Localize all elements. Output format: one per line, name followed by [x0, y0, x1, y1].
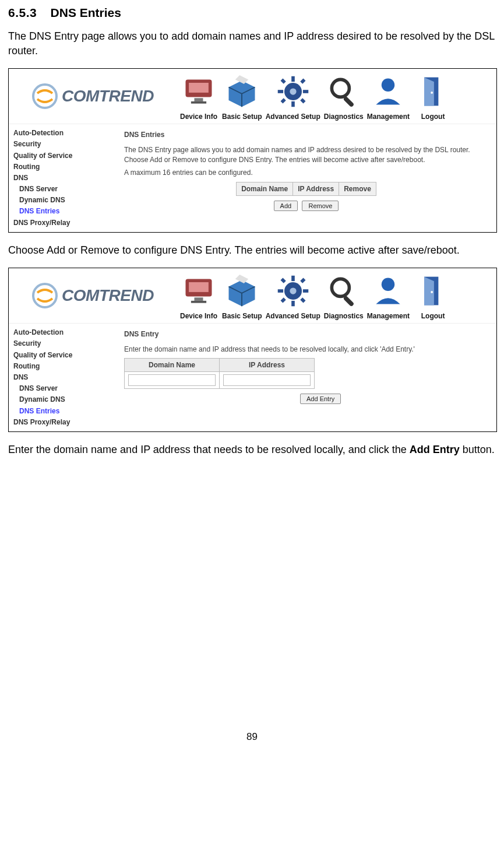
sidebar-item-dns-server[interactable]: DNS Server [13, 184, 112, 195]
sidebar-item-dns-entries[interactable]: DNS Entries [13, 206, 112, 217]
page-number: 89 [8, 731, 496, 744]
sidebar-item-routing[interactable]: Routing [13, 162, 112, 173]
topnav-diagnostics[interactable]: Diagnostics [324, 72, 364, 121]
magnifier-icon [324, 72, 364, 111]
sidebar-item-dns-entries[interactable]: DNS Entries [13, 406, 112, 417]
domain-name-input[interactable] [128, 374, 216, 386]
topnav-device-info[interactable]: Device Info [179, 72, 218, 121]
box-icon [222, 72, 262, 111]
sidebar-item-dns-server[interactable]: DNS Server [13, 383, 112, 394]
svg-point-0 [33, 85, 57, 108]
brand-mark-icon [31, 83, 58, 110]
dns-entry-form-table: Domain Name IP Address [124, 358, 315, 389]
brand-name: COMTREND [62, 285, 154, 307]
screenshot-panel-dns-entries: COMTREND Device Info Basic Setup [8, 68, 497, 233]
svg-rect-31 [280, 278, 286, 283]
table-header-domain: Domain Name [125, 358, 220, 371]
svg-point-19 [431, 92, 433, 94]
svg-rect-14 [280, 98, 286, 103]
brand-name: COMTREND [62, 85, 154, 107]
svg-rect-16 [343, 96, 354, 107]
svg-rect-13 [300, 78, 305, 83]
topnav-logout[interactable]: Logout [413, 272, 453, 321]
door-icon [413, 272, 453, 310]
content-title: DNS Entries [124, 130, 488, 139]
sidebar-item-dns[interactable]: DNS [13, 372, 112, 383]
remove-button[interactable]: Remove [302, 201, 339, 211]
sidebar: Auto-Detection Security Quality of Servi… [9, 323, 116, 431]
topnav-label: Advanced Setup [266, 311, 320, 321]
topnav-logout[interactable]: Logout [413, 72, 453, 121]
svg-rect-10 [303, 90, 308, 93]
sidebar-item-dns-proxy-relay[interactable]: DNS Proxy/Relay [13, 417, 112, 428]
table-header-ip: IP Address [293, 182, 339, 195]
topnav-label: Basic Setup [222, 112, 262, 121]
svg-point-17 [382, 78, 395, 92]
svg-rect-28 [291, 301, 295, 306]
monitor-icon [179, 272, 218, 310]
sidebar-item-qos[interactable]: Quality of Service [13, 150, 112, 162]
topnav-label: Diagnostics [324, 112, 364, 121]
svg-rect-36 [343, 296, 354, 307]
sidebar-item-security[interactable]: Security [13, 139, 112, 150]
ip-address-input[interactable] [223, 374, 311, 386]
add-button[interactable]: Add [274, 201, 298, 211]
sidebar-item-auto-detection[interactable]: Auto-Detection [13, 128, 112, 139]
topnav-label: Management [367, 112, 410, 121]
sidebar-item-dns-proxy-relay[interactable]: DNS Proxy/Relay [13, 217, 112, 229]
svg-point-37 [382, 278, 395, 292]
sidebar-item-dynamic-dns[interactable]: Dynamic DNS [13, 195, 112, 206]
topnav-management[interactable]: Management [367, 272, 410, 321]
content-description: Enter the domain name and IP address tha… [124, 345, 488, 354]
topnav-label: Logout [421, 311, 445, 321]
user-icon [368, 272, 408, 310]
add-entry-button[interactable]: Add Entry [300, 394, 341, 404]
topnav-label: Advanced Setup [266, 112, 320, 121]
svg-rect-33 [300, 278, 305, 283]
dns-entries-table: Domain Name IP Address Remove [236, 182, 376, 196]
svg-point-20 [33, 284, 57, 307]
brand-mark-icon [31, 282, 58, 309]
svg-rect-11 [280, 78, 286, 83]
section-title: DNS Entries [51, 6, 121, 19]
svg-rect-34 [280, 297, 286, 303]
topnav-management[interactable]: Management [367, 72, 410, 121]
intro-paragraph-2: Choose Add or Remove to configure DNS En… [8, 243, 496, 257]
intro-paragraph-3: Enter the domain name and IP address tha… [8, 443, 496, 457]
sidebar-item-dynamic-dns[interactable]: Dynamic DNS [13, 394, 112, 405]
sidebar-item-security[interactable]: Security [13, 338, 112, 349]
svg-point-26 [290, 287, 296, 294]
svg-rect-23 [195, 297, 203, 301]
content-description: The DNS Entry page allows you to add dom… [124, 145, 488, 164]
svg-point-15 [332, 79, 349, 97]
topnav-advanced-setup[interactable]: Advanced Setup [266, 72, 320, 121]
table-header-remove: Remove [339, 182, 376, 195]
monitor-icon [179, 72, 218, 111]
svg-rect-8 [291, 101, 295, 107]
content-limit: A maximum 16 entries can be configured. [124, 168, 488, 177]
table-header-domain: Domain Name [237, 182, 293, 195]
brand-logo: COMTREND [9, 69, 177, 124]
topnav-basic-setup[interactable]: Basic Setup [222, 72, 262, 121]
section-number: 6.5.3 [8, 6, 37, 19]
door-icon [413, 72, 453, 111]
svg-rect-32 [300, 297, 305, 303]
svg-rect-7 [291, 76, 295, 82]
gear-icon [273, 272, 313, 310]
sidebar: Auto-Detection Security Quality of Servi… [9, 124, 116, 232]
topnav-device-info[interactable]: Device Info [179, 272, 218, 321]
topnav-label: Device Info [180, 112, 217, 121]
sidebar-item-dns[interactable]: DNS [13, 173, 112, 184]
topnav-basic-setup[interactable]: Basic Setup [222, 272, 262, 321]
topnav-label: Device Info [180, 311, 217, 321]
topnav-diagnostics[interactable]: Diagnostics [324, 272, 364, 321]
sidebar-item-routing[interactable]: Routing [13, 361, 112, 372]
screenshot-panel-dns-entry: COMTREND Device Info Basic Setup [8, 268, 497, 432]
svg-rect-2 [189, 83, 209, 93]
topnav-label: Basic Setup [222, 311, 262, 321]
sidebar-item-auto-detection[interactable]: Auto-Detection [13, 327, 112, 338]
svg-point-35 [332, 279, 349, 296]
topnav-advanced-setup[interactable]: Advanced Setup [266, 272, 320, 321]
svg-rect-22 [189, 282, 209, 292]
sidebar-item-qos[interactable]: Quality of Service [13, 350, 112, 361]
